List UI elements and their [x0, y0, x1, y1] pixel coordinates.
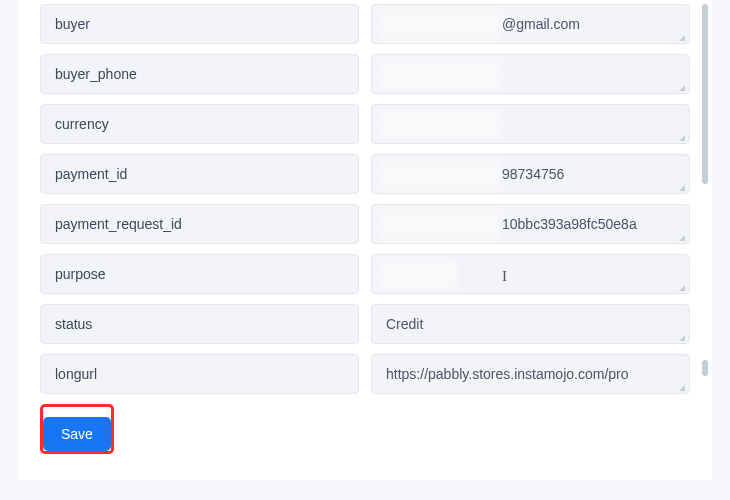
row-purpose: purpose I: [40, 254, 690, 294]
field-value: https://pabbly.stores.instamojo.com/pro: [386, 366, 629, 382]
save-button-highlight: Save: [40, 404, 114, 454]
field-value: @gmail.com: [386, 16, 580, 32]
label-currency: currency: [40, 104, 359, 144]
label-longurl: longurl: [40, 354, 359, 394]
row-buyer-phone: buyer_phone: [40, 54, 690, 94]
form-card: buyer @gmail.com buyer_phone currency pa…: [18, 0, 712, 480]
label-buyer-phone: buyer_phone: [40, 54, 359, 94]
row-buyer: buyer @gmail.com: [40, 4, 690, 44]
redaction-blur: [378, 109, 502, 141]
label-payment-id: payment_id: [40, 154, 359, 194]
row-status: status Credit: [40, 304, 690, 344]
redaction-blur: [378, 259, 458, 291]
field-label: payment_id: [55, 166, 127, 182]
label-purpose: purpose: [40, 254, 359, 294]
save-button[interactable]: Save: [43, 417, 111, 451]
value-payment-request-id[interactable]: 10bbc393a98fc50e8a: [371, 204, 690, 244]
redaction-blur: [378, 59, 502, 91]
field-label: buyer_phone: [55, 66, 137, 82]
field-value: Credit: [386, 316, 423, 332]
field-label: status: [55, 316, 92, 332]
value-buyer-phone[interactable]: [371, 54, 690, 94]
value-purpose[interactable]: I: [371, 254, 690, 294]
row-payment-id: payment_id 98734756: [40, 154, 690, 194]
label-payment-request-id: payment_request_id: [40, 204, 359, 244]
field-label: longurl: [55, 366, 97, 382]
field-label: buyer: [55, 16, 90, 32]
text-cursor-icon: I: [502, 268, 503, 282]
scrollbar-thumb-lower[interactable]: [702, 360, 708, 376]
field-label: purpose: [55, 266, 106, 282]
value-payment-id[interactable]: 98734756: [371, 154, 690, 194]
label-buyer: buyer: [40, 4, 359, 44]
field-value: 98734756: [386, 166, 564, 182]
row-currency: currency: [40, 104, 690, 144]
scrollbar-thumb[interactable]: [702, 4, 708, 184]
value-longurl[interactable]: https://pabbly.stores.instamojo.com/pro: [371, 354, 690, 394]
field-value: 10bbc393a98fc50e8a: [386, 216, 637, 232]
label-status: status: [40, 304, 359, 344]
value-status[interactable]: Credit: [371, 304, 690, 344]
field-label: currency: [55, 116, 109, 132]
row-longurl: longurl https://pabbly.stores.instamojo.…: [40, 354, 690, 394]
value-currency[interactable]: [371, 104, 690, 144]
field-label: payment_request_id: [55, 216, 182, 232]
value-buyer[interactable]: @gmail.com: [371, 4, 690, 44]
row-payment-request-id: payment_request_id 10bbc393a98fc50e8a: [40, 204, 690, 244]
